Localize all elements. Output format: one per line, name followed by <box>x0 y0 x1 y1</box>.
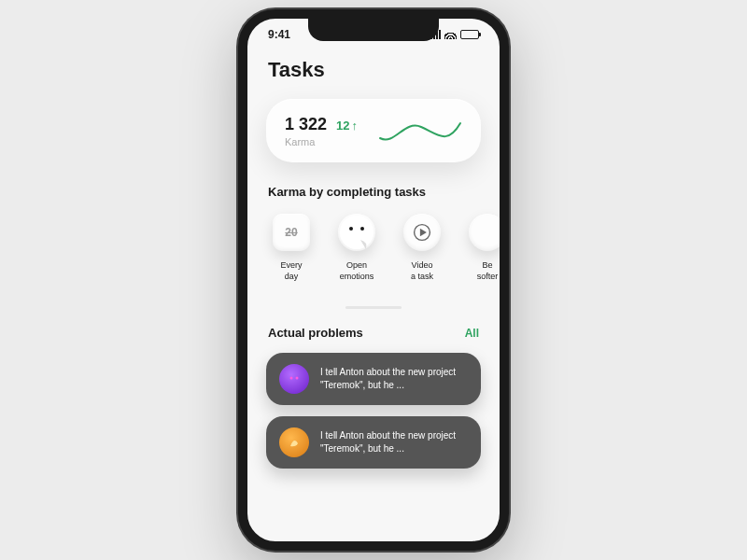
play-icon <box>403 214 441 251</box>
karma-value: 1 322 <box>285 115 327 134</box>
karma-card[interactable]: 1 322 12 ↑ Karma <box>266 99 481 162</box>
arrow-up-icon: ↑ <box>352 119 359 133</box>
divider <box>345 306 402 309</box>
avatar-orange <box>279 427 309 457</box>
problem-card-2[interactable]: I tell Anton about the new project "Tere… <box>266 416 481 469</box>
sparkline-icon <box>378 114 462 147</box>
svg-point-1 <box>349 227 353 231</box>
task-every-day[interactable]: 20 Everyday <box>268 214 315 282</box>
notch <box>308 19 439 41</box>
task-video[interactable]: Videoa task <box>399 214 445 282</box>
svg-point-5 <box>290 377 293 380</box>
calendar-icon: 20 <box>273 214 310 251</box>
task-row[interactable]: 20 Everyday Openemotions <box>266 214 481 291</box>
wifi-icon <box>444 31 457 39</box>
problem-text: I tell Anton about the new project "Tere… <box>320 366 456 392</box>
status-time: 9:41 <box>268 28 290 41</box>
tasks-heading: Karma by completing tasks <box>268 185 481 199</box>
task-open-emotions[interactable]: Openemotions <box>333 214 380 282</box>
problems-heading: Actual problems <box>268 326 363 340</box>
battery-icon <box>460 30 479 39</box>
svg-marker-4 <box>420 229 427 236</box>
avatar-purple <box>279 364 309 394</box>
karma-label: Karma <box>285 136 358 147</box>
screen: Tasks 1 322 12 ↑ Karma Karma by completi… <box>247 41 500 536</box>
problem-text: I tell Anton about the new project "Tere… <box>320 429 456 455</box>
all-link[interactable]: All <box>465 327 479 340</box>
circle-icon <box>469 214 500 251</box>
svg-point-6 <box>296 377 299 380</box>
page-title: Tasks <box>268 58 481 82</box>
task-be-softer[interactable]: Besofter <box>464 214 500 282</box>
svg-point-2 <box>360 227 364 231</box>
svg-point-0 <box>340 216 374 249</box>
emoji-icon <box>338 214 375 251</box>
phone-frame: 9:41 Tasks 1 322 12 ↑ Karma <box>238 9 509 551</box>
problem-card-1[interactable]: I tell Anton about the new project "Tere… <box>266 353 481 405</box>
karma-delta: 12 ↑ <box>336 119 358 133</box>
